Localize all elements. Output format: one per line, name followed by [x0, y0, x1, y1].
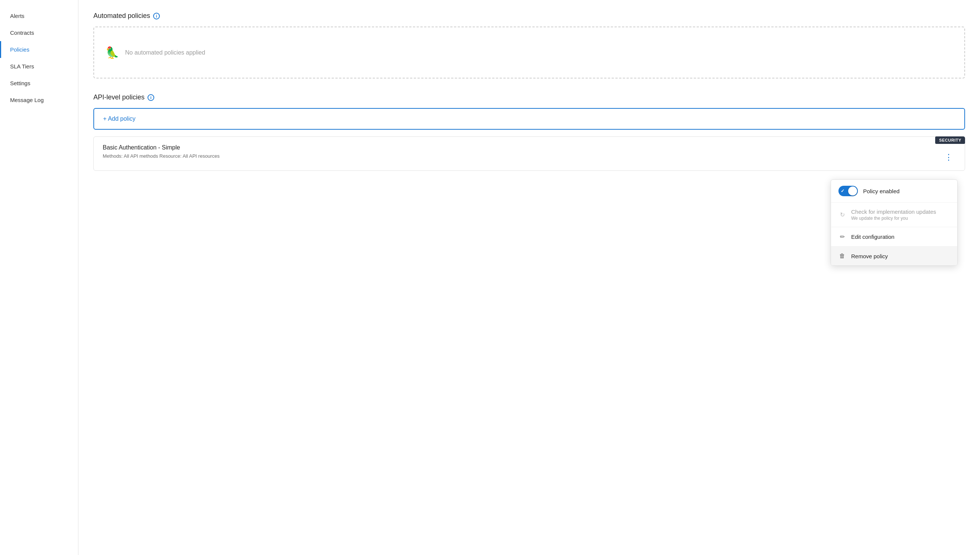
automated-policies-header: Automated policies i	[93, 12, 965, 20]
policy-methods: Methods: All API methods	[103, 153, 158, 159]
sidebar-item-message-log[interactable]: Message Log	[0, 91, 78, 108]
automated-policies-info-icon[interactable]: i	[153, 13, 160, 19]
toggle-check-icon: ✓	[841, 188, 844, 194]
policy-info: Basic Authentication - Simple Methods: A…	[103, 144, 220, 159]
sidebar-item-policies[interactable]: Policies	[0, 41, 78, 58]
sidebar-item-settings[interactable]: Settings	[0, 75, 78, 91]
check-updates-label: Check for implementation updates	[851, 209, 936, 215]
dropdown-item-edit-config[interactable]: ✏ Edit configuration	[831, 227, 957, 247]
edit-icon: ✏	[838, 233, 846, 240]
api-level-policies-header: API-level policies i	[93, 93, 965, 101]
sidebar-item-alerts[interactable]: Alerts	[0, 8, 78, 24]
policy-title: Basic Authentication - Simple	[103, 144, 220, 151]
automated-policies-section: Automated policies i 🦜 No automated poli…	[93, 12, 965, 79]
automated-policies-empty-text: No automated policies applied	[125, 49, 205, 56]
policy-card: SECURITY Basic Authentication - Simple M…	[93, 136, 965, 171]
remove-policy-label: Remove policy	[851, 253, 888, 259]
check-updates-content: Check for implementation updates We upda…	[851, 209, 936, 221]
sidebar-item-contracts[interactable]: Contracts	[0, 24, 78, 41]
api-level-policies-title: API-level policies	[93, 93, 144, 101]
automated-policies-empty-box: 🦜 No automated policies applied	[93, 27, 965, 79]
add-policy-button[interactable]: + Add policy	[93, 108, 965, 130]
policy-resource: Resource: All API resources	[160, 153, 220, 159]
trash-icon: 🗑	[838, 253, 846, 259]
refresh-icon: ↻	[838, 211, 846, 218]
dropdown-item-remove-policy[interactable]: 🗑 Remove policy	[831, 247, 957, 265]
toggle-knob	[848, 186, 857, 196]
main-content: Automated policies i 🦜 No automated poli…	[78, 0, 980, 555]
automated-policies-title: Automated policies	[93, 12, 150, 20]
api-level-policies-info-icon[interactable]: i	[147, 94, 154, 101]
policy-card-header: Basic Authentication - Simple Methods: A…	[103, 144, 956, 163]
edit-config-label: Edit configuration	[851, 234, 894, 240]
policy-options-button[interactable]: ⋮	[942, 152, 956, 163]
security-badge: SECURITY	[935, 136, 965, 144]
api-level-policies-section: API-level policies i + Add policy SECURI…	[93, 93, 965, 171]
policy-enabled-toggle[interactable]: ✓	[838, 186, 858, 196]
dropdown-item-policy-enabled[interactable]: ✓ Policy enabled	[831, 180, 957, 202]
empty-state-icon: 🦜	[106, 46, 119, 59]
policy-meta: Methods: All API methods Resource: All A…	[103, 153, 220, 159]
policy-dropdown-menu: ✓ Policy enabled ↻ Check for implementat…	[831, 180, 958, 266]
sidebar-item-sla-tiers[interactable]: SLA Tiers	[0, 58, 78, 75]
sidebar: AlertsContractsPoliciesSLA TiersSettings…	[0, 0, 78, 555]
check-updates-subtitle: We update the policy for you	[851, 216, 936, 221]
policy-enabled-label: Policy enabled	[863, 188, 900, 194]
dropdown-item-check-updates: ↻ Check for implementation updates We up…	[831, 202, 957, 227]
